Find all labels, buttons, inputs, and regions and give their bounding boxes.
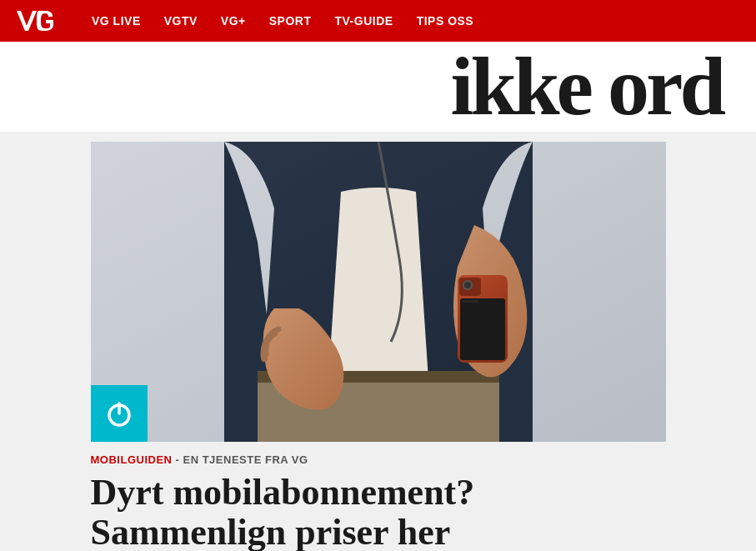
article-category: MOBILGUIDEN - EN TJENESTE FRA VG bbox=[91, 453, 666, 466]
headline-line2: Sammenlign priser her bbox=[91, 513, 666, 551]
svg-rect-9 bbox=[460, 298, 505, 360]
headline-line1: Dyrt mobilabonnement? bbox=[91, 473, 666, 513]
power-badge bbox=[91, 385, 148, 442]
nav-link-vgplus[interactable]: VG+ bbox=[221, 14, 246, 28]
article-image-container[interactable]: MOBILGUIDEN - EN TJENESTE FRA VG Dyrt mo… bbox=[91, 142, 666, 551]
article-section: MOBILGUIDEN - EN TJENESTE FRA VG Dyrt mo… bbox=[0, 142, 756, 551]
power-icon bbox=[103, 397, 136, 430]
nav-link-tv-guide[interactable]: TV-GUIDE bbox=[335, 14, 393, 28]
category-main: MOBILGUIDEN bbox=[91, 453, 173, 466]
svg-rect-10 bbox=[462, 300, 478, 303]
category-sub: - EN TJENESTE FRA VG bbox=[172, 453, 308, 466]
navigation: VG LIVE VGTV VG+ SPORT TV-GUIDE TIPS OSS bbox=[0, 0, 756, 42]
nav-link-tips-oss[interactable]: TIPS OSS bbox=[417, 14, 474, 28]
nav-link-vg-live[interactable]: VG LIVE bbox=[92, 14, 141, 28]
nav-link-sport[interactable]: SPORT bbox=[269, 14, 312, 28]
vg-logo[interactable] bbox=[13, 6, 60, 36]
hero-partial-text: ikke ord bbox=[451, 45, 756, 128]
article-text-block: MOBILGUIDEN - EN TJENESTE FRA VG Dyrt mo… bbox=[91, 442, 666, 551]
nav-link-vgtv[interactable]: VGTV bbox=[164, 14, 198, 28]
svg-point-8 bbox=[464, 282, 471, 288]
hero-banner: ikke ord bbox=[0, 42, 756, 132]
article-headline[interactable]: Dyrt mobilabonnement? Sammenlign priser … bbox=[91, 473, 666, 551]
article-image bbox=[91, 142, 666, 442]
